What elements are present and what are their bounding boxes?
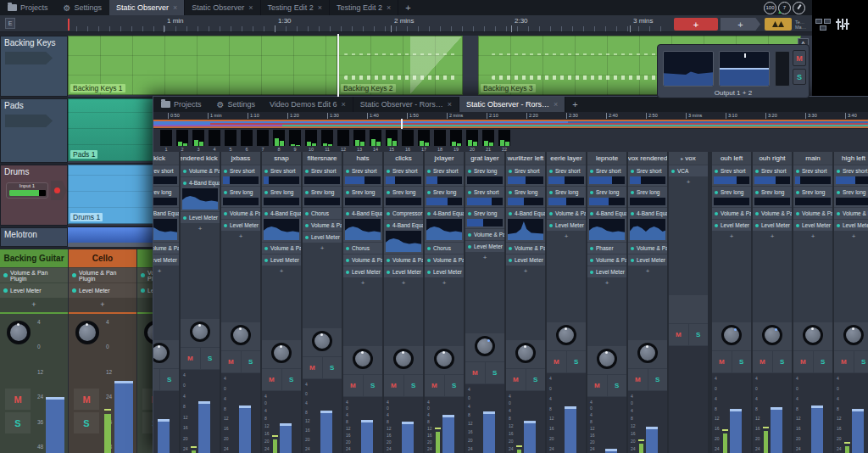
plugin-enabled-dot[interactable] <box>631 170 634 173</box>
send-level-bar[interactable] <box>426 198 462 205</box>
close-tab-icon[interactable]: × <box>554 100 558 109</box>
plugin-row[interactable]: Level Meter <box>0 283 68 298</box>
plugin-enabled-dot[interactable] <box>264 191 268 194</box>
layout-toggle3-icon[interactable] <box>820 25 826 31</box>
plugin-enabled-dot[interactable] <box>590 170 593 173</box>
plugin-row[interactable]: Volume & Pan Plugin <box>506 243 545 254</box>
mute-button[interactable]: M <box>262 369 281 390</box>
plugin-row[interactable]: Srev long <box>303 187 342 207</box>
tab-video-demos-edit-6[interactable]: Video Demos Edit 6× <box>263 97 353 112</box>
plugin-enabled-dot[interactable] <box>631 247 634 250</box>
mute-button[interactable]: M <box>181 348 200 369</box>
add-plugin-button[interactable]: + <box>384 277 423 288</box>
tempo-master-panel[interactable]: Te… Ma… <box>795 18 814 31</box>
pan-knob[interactable] <box>597 349 617 369</box>
eq-curve-display[interactable] <box>153 219 177 240</box>
send-level-bar[interactable] <box>386 198 421 205</box>
pan-knob[interactable] <box>556 325 576 345</box>
volume-fader[interactable] <box>114 381 133 453</box>
plugin-row[interactable]: Srev long <box>587 187 626 207</box>
mute-button[interactable]: M <box>712 351 732 372</box>
volume-fader[interactable] <box>605 449 617 453</box>
send-level-bar[interactable] <box>467 219 503 226</box>
solo-button[interactable]: S <box>567 351 587 372</box>
plugin-enabled-dot[interactable] <box>796 224 799 227</box>
plugin-enabled-dot[interactable] <box>224 224 227 227</box>
pan-knob[interactable] <box>271 343 292 363</box>
eq-curve-display[interactable] <box>182 188 218 210</box>
plugin-enabled-dot[interactable] <box>387 259 390 262</box>
plugin-row[interactable]: Srev long <box>221 187 260 207</box>
send-level-bar[interactable] <box>153 176 177 184</box>
add-plugin-button[interactable]: + <box>425 277 464 288</box>
channel-name[interactable]: wurlitzer left <box>506 152 545 165</box>
plugin-enabled-dot[interactable] <box>631 212 634 215</box>
volume-fader[interactable] <box>771 407 782 453</box>
plugin-row[interactable]: Srev long <box>793 187 832 207</box>
eq-curve-display[interactable] <box>386 231 421 252</box>
add-tab-button[interactable]: + <box>398 0 417 15</box>
solo-button[interactable]: S <box>323 357 342 378</box>
channel-name[interactable]: hats <box>343 152 382 165</box>
add-plugin-button[interactable]: + <box>69 298 136 311</box>
plugin-enabled-dot[interactable] <box>590 247 593 250</box>
channel-name[interactable]: jxlayer <box>425 152 464 165</box>
plugin-row[interactable]: 4-Band Equaliser <box>181 177 220 211</box>
add-plugin-button[interactable]: + <box>262 266 301 277</box>
group-expand-icon[interactable]: ▸ <box>681 155 683 161</box>
plugin-row[interactable]: Srev short <box>343 165 382 186</box>
plugin-enabled-dot[interactable] <box>837 191 840 194</box>
send-level-bar[interactable] <box>836 176 868 184</box>
plugin-enabled-dot[interactable] <box>549 224 553 227</box>
plugin-enabled-dot[interactable] <box>305 236 309 239</box>
channel-name[interactable]: filtersnare <box>303 152 342 165</box>
plugin-row[interactable]: Level Meter <box>834 220 868 231</box>
add-plugin-button[interactable]: + <box>547 231 586 242</box>
close-tab-icon[interactable]: × <box>387 3 391 12</box>
add-plugin-button[interactable]: + <box>343 277 382 288</box>
plugin-enabled-dot[interactable] <box>468 170 471 173</box>
plugin-enabled-dot[interactable] <box>264 212 268 215</box>
plugin-row[interactable]: Volume & Pan Plugin <box>181 165 220 176</box>
mixer-view-icon[interactable] <box>836 18 849 31</box>
channel-name[interactable]: ouh right <box>753 152 792 165</box>
layout-toggle-icon[interactable] <box>815 19 822 24</box>
plugin-row[interactable]: Level Meter <box>506 254 545 266</box>
channel-name[interactable]: kick <box>153 152 179 165</box>
add-plugin-button[interactable]: + <box>506 266 545 277</box>
volume-fader[interactable] <box>46 397 64 453</box>
plugin-row[interactable]: Volume & Pan Plugin <box>425 254 464 266</box>
plugin-row[interactable]: Chorus <box>425 243 464 254</box>
pan-knob[interactable] <box>843 325 864 345</box>
close-tab-icon[interactable]: × <box>318 3 322 12</box>
plugin-enabled-dot[interactable] <box>427 170 431 173</box>
solo-button[interactable]: S <box>608 375 627 396</box>
pan-knob[interactable] <box>515 343 536 363</box>
mute-button[interactable]: M <box>425 375 444 396</box>
plugin-enabled-dot[interactable] <box>346 259 349 262</box>
send-level-bar[interactable] <box>386 176 421 184</box>
mute-button[interactable]: M <box>465 362 485 383</box>
plugin-enabled-dot[interactable] <box>387 271 390 274</box>
plugin-enabled-dot[interactable] <box>183 182 186 185</box>
track-header-backing-keys[interactable]: Backing Keys <box>0 36 68 97</box>
add-plugin-button[interactable]: + <box>0 298 68 311</box>
playhead[interactable] <box>337 34 339 97</box>
plugin-enabled-dot[interactable] <box>427 259 431 262</box>
projects-menu[interactable]: Projects <box>153 97 209 112</box>
volume-fader[interactable] <box>280 423 292 453</box>
eq-curve-display[interactable] <box>345 219 381 240</box>
solo-button[interactable]: S <box>160 369 180 390</box>
solo-button[interactable]: S <box>486 362 505 383</box>
plugin-enabled-dot[interactable] <box>509 247 512 250</box>
plugin-row[interactable]: Srev long <box>465 208 504 228</box>
mute-button[interactable]: M <box>384 375 403 396</box>
plugin-enabled-dot[interactable] <box>264 247 268 250</box>
plugin-enabled-dot[interactable] <box>72 273 76 277</box>
plugin-enabled-dot[interactable] <box>715 170 718 173</box>
plugin-enabled-dot[interactable] <box>468 212 471 215</box>
timeline-navigator[interactable]: 0:501 min1:101:201:301:401:502 mins2:102… <box>153 112 868 129</box>
plugin-row[interactable]: Srev short <box>712 165 751 186</box>
plugin-row[interactable]: Volume & Pan Plugin <box>587 254 626 266</box>
volume-fader[interactable] <box>158 419 170 453</box>
